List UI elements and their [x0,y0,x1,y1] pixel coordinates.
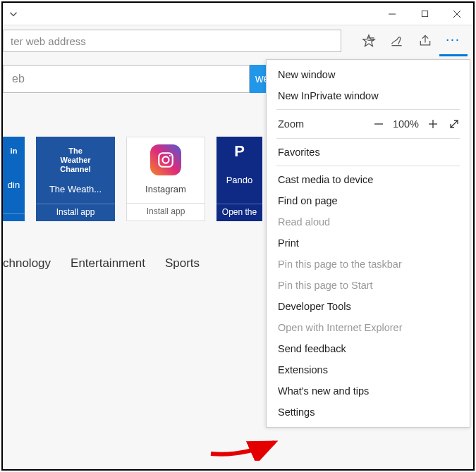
menu-separator [276,138,460,139]
tile-logo-text: P [234,141,245,156]
svg-point-9 [162,156,169,163]
tile-label: din [4,177,24,193]
address-bar-row: ter web address ··· [3,25,473,56]
menu-favorites[interactable]: Favorites [267,142,470,163]
tile-logo-text: The Weather Channel [60,141,90,174]
page-search-input[interactable]: eb [3,65,250,93]
menu-separator [276,166,460,166]
tile-action: Install app [127,203,205,221]
annotation-arrow [207,433,285,463]
fullscreen-button[interactable] [447,117,461,131]
close-button[interactable] [441,3,473,25]
menu-cast[interactable]: Cast media to device [267,169,470,190]
tile-weather-channel[interactable]: The Weather Channel The Weath... Install… [36,137,115,221]
menu-developer-tools[interactable]: Developer Tools [267,296,470,317]
category-entertainment[interactable]: Entertainment [71,256,145,271]
tile-pandora[interactable]: P Pando Open the [216,137,262,221]
chevron-down-icon [7,8,20,20]
svg-rect-8 [159,153,173,167]
tab-dropdown[interactable] [3,8,20,20]
more-button[interactable]: ··· [439,25,468,56]
menu-new-window[interactable]: New window [267,64,470,85]
tile-label: Instagram [141,181,190,197]
tile-instagram[interactable]: Instagram Install app [126,137,205,221]
zoom-in-button[interactable] [426,117,440,131]
menu-zoom: Zoom 100% [267,113,470,135]
svg-point-10 [169,155,171,156]
menu-read-aloud: Read aloud [267,211,470,232]
menu-pin-taskbar: Pin this page to the taskbar [267,254,470,275]
titlebar [3,3,473,25]
category-sports[interactable]: Sports [165,256,200,271]
svg-line-14 [451,120,458,128]
tile-logo-text: in [11,141,18,156]
zoom-out-button[interactable] [372,117,386,131]
more-icon: ··· [446,35,461,46]
address-actions: ··· [355,25,473,56]
maximize-button[interactable] [408,3,441,25]
menu-new-inprivate[interactable]: New InPrivate window [267,85,470,106]
more-menu: New window New InPrivate window Zoom 100… [266,59,470,428]
tile-label: The Weath... [45,181,106,197]
menu-whats-new[interactable]: What's new and tips [267,380,470,402]
svg-rect-1 [422,11,427,16]
category-technology[interactable]: chnology [3,256,51,271]
menu-open-ie: Open with Internet Explorer [267,317,470,338]
zoom-value: 100% [393,118,419,130]
address-input[interactable]: ter web address [3,30,341,52]
edge-window: ter web address ··· eb we in din [1,1,475,471]
tile-label: Pando [222,172,257,188]
menu-extensions[interactable]: Extensions [267,359,470,380]
menu-settings[interactable]: Settings [267,402,470,423]
zoom-label: Zoom [278,118,372,130]
menu-send-feedback[interactable]: Send feedback [267,338,470,359]
menu-pin-start: Pin this page to Start [267,275,470,296]
share-icon[interactable] [411,25,439,56]
minimize-button[interactable] [376,3,408,25]
favorites-icon[interactable] [355,25,383,56]
notes-icon[interactable] [383,25,411,56]
tile-linkedin[interactable]: in din [3,137,25,221]
instagram-icon [150,144,181,175]
tile-action: Install app [36,204,115,221]
window-controls [376,3,473,25]
menu-find[interactable]: Find on page [267,190,470,211]
menu-print[interactable]: Print [267,232,470,254]
tile-action: Open the [216,204,262,221]
menu-separator [276,109,460,110]
tile-action [3,213,25,221]
